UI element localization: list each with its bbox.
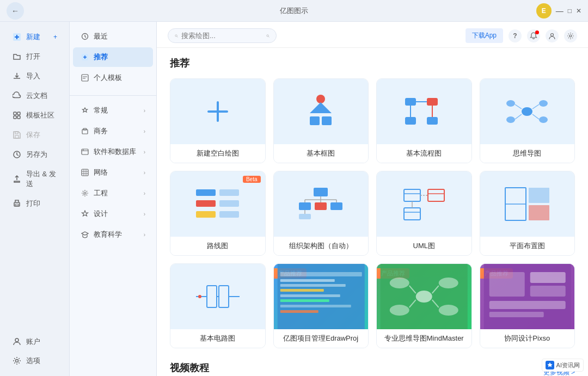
svg-point-55	[539, 116, 548, 123]
engineering-chevron: ›	[144, 190, 145, 196]
svg-point-108	[390, 305, 409, 316]
new-label: 新建	[26, 32, 40, 42]
sidebar-item-import[interactable]: 导入	[3, 67, 66, 85]
svg-rect-117	[530, 286, 565, 297]
export-icon	[12, 174, 22, 184]
frame-diagram-icon	[299, 93, 342, 131]
maximize-button[interactable]: □	[568, 7, 572, 15]
notification-button[interactable]	[527, 29, 540, 42]
template-card-floor-plan[interactable]: 平面布置图	[480, 171, 575, 256]
content-area: 下载App ? 推荐	[157, 22, 588, 376]
template-card-circuit[interactable]: 基本电路图	[170, 263, 266, 348]
sidebar-item-options[interactable]: 选项	[3, 352, 66, 370]
minimize-button[interactable]: —	[556, 7, 564, 15]
help-icon: ?	[513, 32, 517, 40]
svg-rect-61	[196, 200, 216, 207]
template-label-basic-flow: 基本流程图	[377, 144, 471, 163]
svg-rect-100	[280, 294, 340, 297]
template-icon	[12, 110, 22, 120]
sidebar-item-saveas[interactable]: 另存为	[3, 145, 66, 164]
titlebar-right: E — □ ✕	[536, 3, 581, 19]
notification-badge	[535, 30, 539, 34]
pixso-preview	[480, 264, 575, 329]
open-icon	[12, 52, 22, 61]
svg-rect-18	[82, 75, 88, 81]
template-card-mind-map[interactable]: 思维导图	[480, 78, 575, 163]
avatar[interactable]: E	[536, 3, 552, 19]
recommend-label: 推荐	[94, 52, 108, 62]
template-card-edrawproj[interactable]: 产品推荐 亿图项目管理EdrawPr	[273, 263, 369, 348]
import-icon	[12, 71, 22, 81]
svg-rect-45	[427, 98, 438, 106]
sidebar-item-account[interactable]: 账户	[3, 332, 66, 351]
svg-rect-62	[196, 211, 216, 218]
mind-map-icon	[503, 93, 552, 131]
sidebar-item-open[interactable]: 打开	[3, 47, 66, 66]
uml-icon	[400, 185, 449, 223]
sidebar-item-template[interactable]: 模板社区	[3, 106, 66, 125]
template-card-pixso[interactable]: 产品推荐 协同设计Pixso	[480, 263, 575, 348]
sidebar-mid-network[interactable]: 网络 ›	[73, 163, 153, 182]
search-input[interactable]	[181, 32, 263, 40]
help-button[interactable]: ?	[509, 29, 522, 42]
sidebar-mid-business[interactable]: 商务 ›	[73, 121, 153, 141]
template-label-edrawproj: 亿图项目管理EdrawProj	[274, 329, 369, 348]
sidebar-mid-personal[interactable]: 个人模板	[73, 68, 153, 88]
template-card-img	[377, 171, 471, 237]
content-scroll[interactable]: 推荐 新建空白绘图	[157, 48, 588, 376]
open-label: 打开	[26, 52, 40, 61]
sidebar-mid-recommend[interactable]: 推荐	[73, 47, 153, 67]
svg-rect-99	[280, 289, 323, 292]
svg-rect-116	[530, 272, 565, 283]
content-toolbar: 下载App ?	[157, 22, 588, 48]
template-card-img	[377, 79, 471, 144]
svg-rect-44	[405, 98, 416, 106]
sidebar-item-new[interactable]: 新建 +	[3, 28, 66, 46]
svg-point-94	[198, 295, 201, 298]
template-card-route[interactable]: Beta 路线图	[170, 171, 266, 256]
user-icon	[548, 32, 556, 40]
sidebar-mid-recent[interactable]: 最近	[73, 27, 153, 46]
close-button[interactable]: ✕	[576, 7, 581, 15]
watermark: AI资讯网	[542, 359, 584, 372]
settings-button[interactable]	[564, 29, 577, 42]
template-card-org[interactable]: 组织架构图（自动）	[273, 171, 369, 256]
template-label-new-blank: 新建空白绘图	[170, 144, 265, 163]
sidebar-item-export[interactable]: 导出 & 发送	[3, 165, 66, 193]
video-section-title: 视频教程	[170, 361, 209, 374]
svg-rect-63	[219, 189, 239, 196]
sidebar-item-cloud[interactable]: 云文档	[3, 87, 66, 105]
svg-rect-89	[207, 286, 217, 307]
sidebar-item-save[interactable]: 保存	[3, 126, 66, 144]
search-box[interactable]	[168, 28, 277, 43]
svg-rect-118	[489, 301, 565, 309]
user-profile-button[interactable]	[546, 29, 559, 42]
sidebar-mid-engineering[interactable]: 工程 ›	[73, 183, 153, 203]
template-card-basic-flow[interactable]: 基本流程图	[376, 78, 472, 163]
design-icon	[81, 209, 89, 218]
sidebar-mid-education[interactable]: 教育科学 ›	[73, 225, 153, 244]
svg-rect-46	[405, 117, 416, 125]
software-label: 软件和数据库	[94, 147, 136, 157]
template-label-basic-frame: 基本框图	[274, 144, 369, 163]
svg-rect-119	[489, 312, 543, 317]
template-card-mindmaster[interactable]: 产品推荐	[376, 263, 472, 348]
template-card-basic-frame[interactable]: 基本框图	[273, 78, 369, 163]
svg-rect-77	[404, 189, 420, 201]
sidebar-item-print[interactable]: 打印	[3, 194, 66, 213]
mindmaster-preview	[377, 264, 471, 329]
sidebar-mid-software[interactable]: 软件和数据库 ›	[73, 142, 153, 162]
business-label: 商务	[94, 126, 108, 136]
sidebar-mid-general[interactable]: 常规 ›	[73, 101, 153, 120]
back-button[interactable]: ←	[7, 2, 24, 20]
download-app-button[interactable]: 下载App	[465, 28, 503, 43]
svg-point-36	[551, 33, 554, 36]
svg-rect-3	[14, 112, 16, 115]
svg-rect-86	[529, 188, 549, 203]
template-card-new-blank[interactable]: 新建空白绘图	[170, 78, 266, 163]
template-label: 模板社区	[26, 110, 54, 120]
sidebar-mid-design[interactable]: 设计 ›	[73, 204, 153, 224]
svg-rect-82	[404, 208, 420, 220]
template-card-uml[interactable]: UML图	[376, 171, 472, 256]
svg-point-12	[15, 338, 19, 342]
